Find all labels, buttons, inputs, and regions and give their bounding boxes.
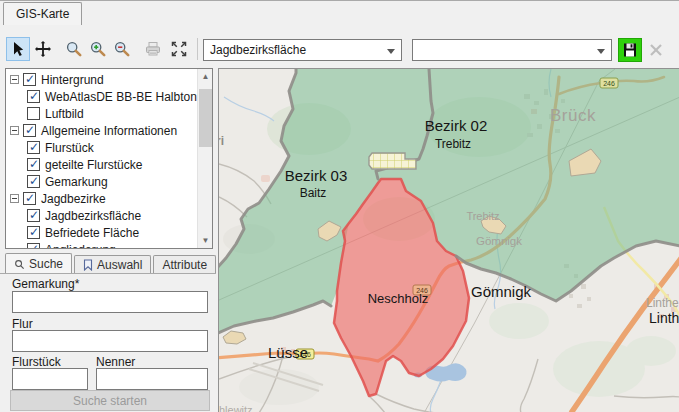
layer-tree: Hintergrund WebAtlasDE BB-BE Halbton Luf…: [5, 68, 213, 249]
district-label-bezirk02: Bezirk 02: [425, 117, 488, 134]
zoom-in-tool-button[interactable]: [86, 37, 110, 61]
layer-tree-item[interactable]: WebAtlasDE BB-BE Halbton: [7, 88, 196, 105]
zoom-in-icon: [89, 40, 107, 58]
collapse-icon[interactable]: [10, 126, 19, 135]
close-button[interactable]: [645, 38, 667, 62]
layer-tree-item[interactable]: Angliederung: [7, 241, 196, 249]
chevron-down-icon: [387, 49, 395, 54]
checkbox[interactable]: [23, 124, 36, 137]
tab-gis-karte[interactable]: GIS-Karte: [3, 2, 82, 25]
checkbox[interactable]: [27, 90, 40, 103]
map-label-brueck: Brück: [550, 106, 596, 125]
layer-label: Jagdbezirksfläche: [45, 209, 141, 223]
layer-tree-item[interactable]: Jagdbezirksfläche: [7, 207, 196, 224]
pan-tool-button[interactable]: [31, 37, 55, 61]
flurstueck-field[interactable]: [12, 368, 88, 390]
district-sublabel-baitz: Baitz: [300, 186, 327, 200]
collapse-icon[interactable]: [10, 75, 19, 84]
district-sublabel-trebitz: Trebitz: [435, 137, 471, 151]
gemarkung-field[interactable]: [12, 291, 208, 313]
checkbox[interactable]: [27, 209, 40, 222]
svg-text:246: 246: [603, 80, 615, 87]
toolbar-separator: [197, 38, 198, 60]
checkbox[interactable]: [27, 141, 40, 154]
tab-suche[interactable]: Suche: [5, 253, 72, 274]
checkbox[interactable]: [27, 107, 40, 120]
scroll-up-icon[interactable]: ▲: [198, 69, 213, 84]
chevron-down-icon: [597, 49, 605, 54]
tab-auswahl[interactable]: Auswahl: [74, 255, 151, 274]
magnifier-icon: [65, 40, 83, 58]
nenner-label: Nenner: [96, 355, 135, 369]
checkbox[interactable]: [27, 158, 40, 171]
zoom-out-tool-button[interactable]: [110, 37, 134, 61]
layer-tree-item[interactable]: Hintergrund: [7, 71, 196, 88]
select-tool-button[interactable]: [6, 37, 30, 61]
layer-tree-item[interactable]: Allgemeine Informationen: [7, 122, 196, 139]
layer-tree-item[interactable]: Befriedete Fläche: [7, 224, 196, 241]
layer-tree-item[interactable]: Luftbild: [7, 105, 196, 122]
select-arrow-icon: [9, 40, 27, 58]
map-label-linthe: Linthe: [646, 296, 679, 310]
tab-suche-label: Suche: [29, 257, 63, 271]
layer-tree-item[interactable]: Jagdbezirke: [7, 190, 196, 207]
bookmark-icon: [83, 259, 93, 271]
save-button[interactable]: [618, 38, 642, 62]
layer-type-dropdown-value: Jagdbezirksfläche: [210, 43, 306, 57]
flur-field[interactable]: [12, 330, 208, 352]
layer-label: Befriedete Fläche: [45, 226, 139, 240]
tree-scrollbar[interactable]: ▲ ▼: [197, 69, 212, 248]
panel-tab-divider: [0, 273, 216, 274]
panel-tabbar: Suche Auswahl Attribute: [5, 253, 218, 274]
suche-starten-button[interactable]: Suche starten: [10, 390, 210, 411]
tab-gis-karte-label: GIS-Karte: [16, 7, 69, 21]
layer-label: Flurstück: [45, 141, 94, 155]
tabbar-divider: [0, 0, 679, 1]
map-label-trebitz: Trebitz: [466, 210, 499, 222]
tab-auswahl-label: Auswahl: [97, 258, 142, 272]
tab-attribute[interactable]: Attribute: [153, 255, 216, 274]
search-icon: [14, 259, 25, 270]
road-shield-246-brueck: 246: [600, 78, 618, 88]
layer-tree-item[interactable]: Gemarkung: [7, 173, 196, 190]
floppy-save-icon: [622, 42, 638, 58]
place-label-neschholz: Neschholz: [368, 291, 429, 306]
zoom-out-icon: [113, 40, 131, 58]
fullscreen-button[interactable]: [167, 37, 191, 61]
feature-dropdown[interactable]: [412, 39, 612, 61]
checkbox[interactable]: [27, 175, 40, 188]
layer-label: WebAtlasDE BB-BE Halbton: [45, 90, 197, 104]
layer-label: Hintergrund: [41, 73, 104, 87]
flurstueck-label: Flurstück: [12, 355, 61, 369]
place-label-goemnigk: Gömnigk: [471, 283, 532, 300]
layer-tree-item[interactable]: geteilte Flurstücke: [7, 156, 196, 173]
checkbox[interactable]: [23, 73, 36, 86]
fullscreen-icon: [170, 40, 188, 58]
zoom-tool-button[interactable]: [62, 37, 86, 61]
tab-attribute-label: Attribute: [162, 258, 207, 272]
map-label-partial-bottom: hlewitz: [219, 404, 253, 412]
flur-label: Flur: [12, 317, 33, 331]
layer-type-dropdown[interactable]: Jagdbezirksfläche: [203, 39, 402, 61]
layer-tree-item[interactable]: Flurstück: [7, 139, 196, 156]
checkbox[interactable]: [27, 226, 40, 239]
pan-icon: [34, 40, 52, 58]
close-x-icon: [648, 42, 664, 58]
map-canvas[interactable]: 246 246 246 Brück Trebitz Gömnigk Linthe…: [218, 68, 679, 412]
layer-label: Angliederung: [45, 243, 116, 250]
nenner-field[interactable]: [96, 368, 208, 390]
map-label-goemnigk: Gömnigk: [476, 235, 522, 247]
scrollbar-thumb[interactable]: [199, 89, 212, 147]
scroll-down-icon[interactable]: ▼: [198, 233, 213, 248]
checkbox[interactable]: [23, 192, 36, 205]
checkbox[interactable]: [27, 243, 40, 249]
print-button[interactable]: [141, 37, 165, 61]
layer-label: Gemarkung: [45, 175, 108, 189]
layer-label: Luftbild: [45, 107, 84, 121]
map-label-partial-left: ri: [219, 134, 224, 148]
collapse-icon[interactable]: [10, 194, 19, 203]
district-label-bezirk03: Bezirk 03: [285, 167, 348, 184]
layer-label: Jagdbezirke: [41, 192, 106, 206]
map-toolbar: Jagdbezirksfläche: [0, 25, 679, 65]
place-label-linthe: Linthe: [649, 310, 679, 326]
